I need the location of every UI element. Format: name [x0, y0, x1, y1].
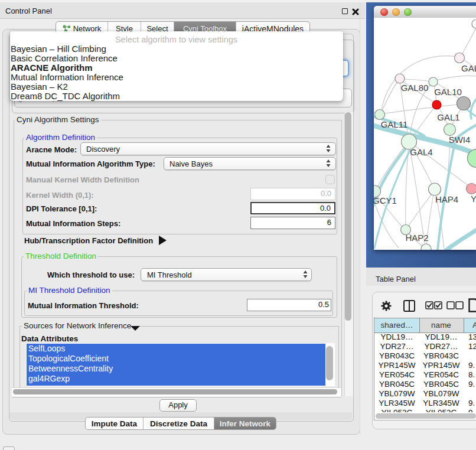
svg-text:HAP4: HAP4: [435, 194, 458, 204]
svg-text:GAL80: GAL80: [401, 83, 429, 93]
svg-text:HAP2: HAP2: [405, 233, 428, 243]
svg-text:GAL10: GAL10: [434, 87, 462, 97]
svg-text:GAL1: GAL1: [437, 112, 459, 122]
svg-text:GAL7: GAL7: [461, 63, 476, 73]
svg-text:SWI4: SWI4: [449, 135, 471, 145]
svg-text:GAL4: GAL4: [410, 147, 432, 157]
svg-text:YM: YM: [471, 194, 476, 204]
svg-text:GCY1: GCY1: [374, 195, 397, 206]
svg-text:GAL11: GAL11: [381, 119, 408, 129]
